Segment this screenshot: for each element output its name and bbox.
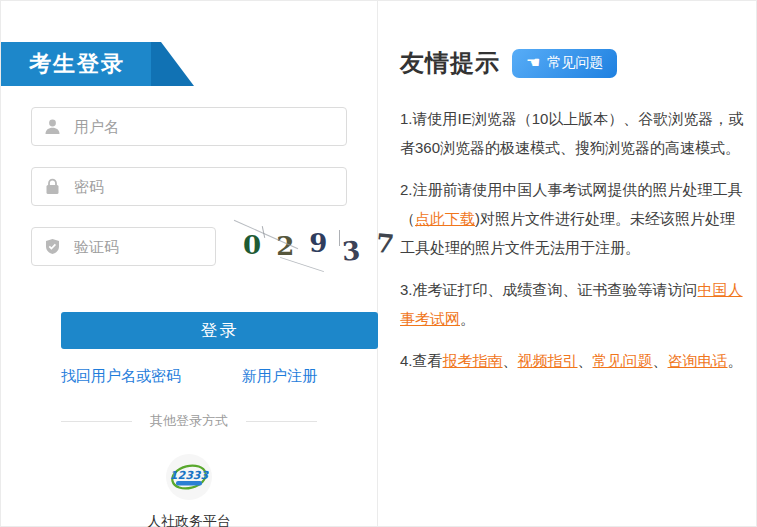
tip-item-3: 3.准考证打印、成绩查询、证书查验等请访问中国人事考试网。 [400,275,747,333]
other-login-label: 其他登录方式 [150,412,228,430]
login-panel: 考生登录 [1,1,378,526]
new-user-register-link[interactable]: 新用户注册 [242,367,317,386]
login-banner: 考生登录 [1,42,194,86]
platform-logo-circle: 12333 [166,454,212,500]
username-field-wrapper [31,107,347,146]
login-banner-title: 考生登录 [1,49,125,79]
tip-item-2: 2.注册前请使用中国人事考试网提供的照片处理工具（点此下载)对照片文件进行处理。… [400,175,747,262]
tips-title: 友情提示 [400,47,500,79]
captcha-noise-line [339,230,340,246]
faq-button-label: 常见问题 [547,54,603,72]
captcha-row: 0 2 9 3 7 [31,206,347,274]
password-field-wrapper [31,167,347,206]
captcha-image[interactable]: 0 2 9 3 7 [235,224,347,274]
faq-button[interactable]: ☚ 常见问题 [512,49,617,78]
captcha-digit: 9 [309,228,330,258]
tip-link[interactable]: 报考指南 [443,352,503,369]
tip-link[interactable]: 点此下载 [415,210,475,227]
captcha-digit: 0 [243,230,264,260]
captcha-digit: 3 [341,235,364,266]
captcha-input[interactable] [72,237,203,256]
divider-line [246,421,317,422]
tips-list: 1.请使用IE浏览器（10以上版本）、谷歌浏览器，或者360浏览器的极速模式、搜… [400,104,747,375]
tip-link[interactable]: 视频指引 [518,352,578,369]
svg-text:12333: 12333 [170,469,209,482]
forgot-credentials-link[interactable]: 找回用户名或密码 [61,367,181,386]
tips-header: 友情提示 ☚ 常见问题 [400,47,747,79]
tip-item-4: 4.查看报考指南、视频指引、常见问题、咨询电话。 [400,346,747,375]
tip-link[interactable]: 常见问题 [593,352,653,369]
login-button[interactable]: 登录 [61,312,378,349]
login-page: 考生登录 [0,0,757,527]
login-links-row: 找回用户名或密码 新用户注册 [61,367,317,386]
alt-login-platform[interactable]: 12333 人社政务平台 [31,454,347,527]
12333-logo-icon: 12333 [169,457,209,497]
user-icon [44,118,61,135]
shield-check-icon [44,238,61,255]
captcha-field-wrapper [31,227,216,266]
tips-panel: 友情提示 ☚ 常见问题 1.请使用IE浏览器（10以上版本）、谷歌浏览器，或者3… [378,1,757,526]
captcha-digit: 7 [374,228,398,260]
username-input[interactable] [72,117,334,136]
tip-item-1: 1.请使用IE浏览器（10以上版本）、谷歌浏览器，或者360浏览器的极速模式、搜… [400,104,747,162]
pointing-hand-icon: ☚ [526,55,540,71]
lock-icon [44,178,61,195]
tip-link[interactable]: 咨询电话 [668,352,728,369]
login-form: 0 2 9 3 7 登录 找回用户名或密码 新用户注册 [1,107,377,527]
other-login-divider: 其他登录方式 [61,412,317,430]
divider-line [61,421,132,422]
password-input[interactable] [72,177,334,196]
platform-name: 人社政务平台 [147,513,231,527]
